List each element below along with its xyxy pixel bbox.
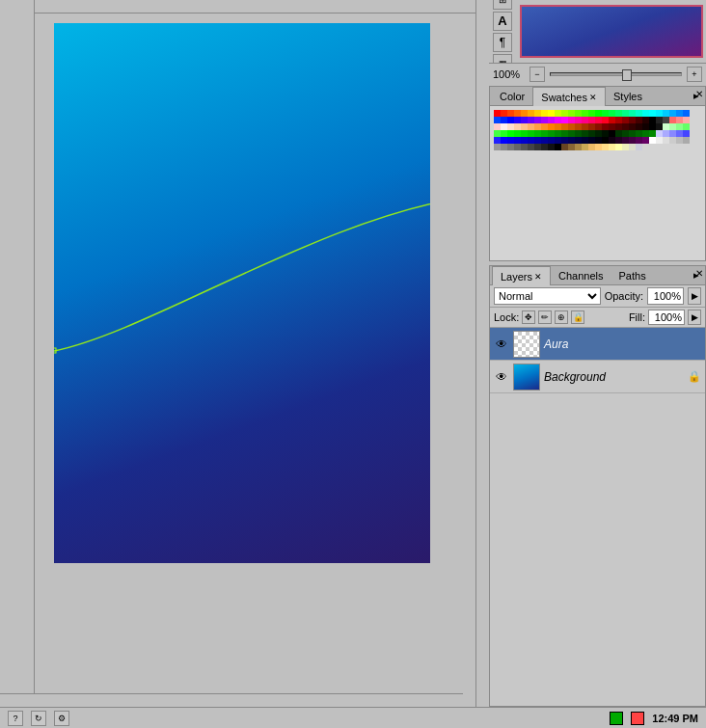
swatch-item[interactable] bbox=[642, 123, 649, 130]
swatch-item[interactable] bbox=[541, 123, 548, 130]
swatch-item[interactable] bbox=[669, 123, 676, 130]
swatch-item[interactable] bbox=[534, 110, 541, 117]
swatch-item[interactable] bbox=[568, 144, 575, 150]
tab-paths[interactable]: Paths bbox=[611, 266, 654, 285]
swatch-item[interactable] bbox=[561, 144, 568, 150]
swatch-item[interactable] bbox=[555, 110, 561, 117]
swatch-item[interactable] bbox=[656, 110, 663, 117]
swatch-item[interactable] bbox=[676, 130, 683, 137]
swatch-item[interactable] bbox=[501, 117, 507, 123]
swatch-item[interactable] bbox=[615, 123, 622, 130]
swatch-item[interactable] bbox=[507, 123, 514, 130]
swatch-item[interactable] bbox=[636, 123, 642, 130]
swatch-item[interactable] bbox=[595, 123, 602, 130]
swatch-item[interactable] bbox=[656, 117, 663, 123]
swatch-item[interactable] bbox=[541, 137, 548, 144]
swatch-item[interactable] bbox=[528, 144, 534, 150]
swatch-item[interactable] bbox=[595, 137, 602, 144]
swatch-item[interactable] bbox=[507, 117, 514, 123]
swatch-item[interactable] bbox=[555, 117, 561, 123]
settings-icon[interactable]: ⚙ bbox=[54, 711, 69, 726]
swatch-item[interactable] bbox=[507, 144, 514, 150]
layer-row-background[interactable]: 👁 Background 🔒 bbox=[490, 361, 705, 393]
swatch-item[interactable] bbox=[494, 123, 501, 130]
swatch-item[interactable] bbox=[568, 137, 575, 144]
swatch-item[interactable] bbox=[609, 123, 615, 130]
swatch-item[interactable] bbox=[534, 137, 541, 144]
swatch-item[interactable] bbox=[683, 137, 690, 144]
tab-swatches-close[interactable]: ✕ bbox=[589, 93, 597, 102]
swatch-item[interactable] bbox=[649, 137, 656, 144]
swatch-item[interactable] bbox=[534, 144, 541, 150]
swatch-item[interactable] bbox=[575, 117, 582, 123]
swatch-item[interactable] bbox=[575, 110, 582, 117]
swatch-item[interactable] bbox=[642, 117, 649, 123]
swatch-item[interactable] bbox=[663, 117, 669, 123]
swatch-item[interactable] bbox=[541, 117, 548, 123]
swatch-item[interactable] bbox=[656, 137, 663, 144]
swatch-item[interactable] bbox=[514, 137, 521, 144]
swatch-item[interactable] bbox=[649, 130, 656, 137]
swatch-item[interactable] bbox=[609, 110, 615, 117]
swatch-item[interactable] bbox=[494, 137, 501, 144]
swatch-item[interactable] bbox=[501, 130, 507, 137]
help-icon[interactable]: ? bbox=[8, 711, 23, 726]
swatch-item[interactable] bbox=[595, 117, 602, 123]
swatch-item[interactable] bbox=[548, 110, 555, 117]
canvas-image[interactable] bbox=[54, 23, 430, 563]
swatch-item[interactable] bbox=[629, 130, 636, 137]
swatch-item[interactable] bbox=[602, 117, 609, 123]
swatch-item[interactable] bbox=[582, 137, 588, 144]
swatch-item[interactable] bbox=[582, 130, 588, 137]
zoom-increase-icon[interactable]: + bbox=[687, 67, 702, 82]
swatch-item[interactable] bbox=[555, 144, 561, 150]
swatch-item[interactable] bbox=[521, 137, 528, 144]
tab-styles[interactable]: Styles bbox=[606, 87, 650, 106]
swatch-item[interactable] bbox=[656, 130, 663, 137]
canvas-scroll-vertical[interactable] bbox=[475, 0, 489, 707]
swatch-item[interactable] bbox=[521, 130, 528, 137]
swatch-item[interactable] bbox=[615, 110, 622, 117]
swatch-item[interactable] bbox=[663, 137, 669, 144]
swatch-item[interactable] bbox=[683, 110, 690, 117]
swatch-item[interactable] bbox=[683, 130, 690, 137]
swatch-item[interactable] bbox=[528, 117, 534, 123]
swatch-item[interactable] bbox=[615, 117, 622, 123]
fill-arrow[interactable]: ▶ bbox=[688, 310, 701, 325]
swatch-item[interactable] bbox=[656, 123, 663, 130]
swatch-item[interactable] bbox=[602, 137, 609, 144]
swatch-item[interactable] bbox=[528, 110, 534, 117]
blend-mode-select[interactable]: Normal bbox=[494, 287, 601, 305]
swatch-item[interactable] bbox=[588, 137, 595, 144]
swatch-item[interactable] bbox=[676, 123, 683, 130]
swatch-item[interactable] bbox=[494, 110, 501, 117]
tab-channels[interactable]: Channels bbox=[551, 266, 611, 285]
swatch-item[interactable] bbox=[636, 110, 642, 117]
layers-panel-close[interactable]: ✕ bbox=[695, 268, 703, 279]
lock-move-icon[interactable]: ✥ bbox=[522, 310, 535, 324]
swatch-item[interactable] bbox=[602, 144, 609, 150]
swatch-item[interactable] bbox=[501, 137, 507, 144]
swatch-item[interactable] bbox=[541, 144, 548, 150]
swatch-item[interactable] bbox=[615, 144, 622, 150]
color-panel-close[interactable]: ✕ bbox=[695, 89, 703, 99]
lock-all-icon[interactable]: 🔒 bbox=[571, 310, 584, 324]
swatch-item[interactable] bbox=[501, 110, 507, 117]
swatch-item[interactable] bbox=[514, 144, 521, 150]
swatch-item[interactable] bbox=[521, 144, 528, 150]
swatch-item[interactable] bbox=[561, 117, 568, 123]
swatch-item[interactable] bbox=[555, 123, 561, 130]
swatch-item[interactable] bbox=[588, 130, 595, 137]
swatch-item[interactable] bbox=[588, 123, 595, 130]
swatch-item[interactable] bbox=[501, 144, 507, 150]
swatch-item[interactable] bbox=[642, 130, 649, 137]
swatch-item[interactable] bbox=[514, 130, 521, 137]
swatch-item[interactable] bbox=[622, 117, 629, 123]
swatch-item[interactable] bbox=[588, 117, 595, 123]
swatch-item[interactable] bbox=[534, 123, 541, 130]
swatch-item[interactable] bbox=[588, 110, 595, 117]
swatch-item[interactable] bbox=[595, 130, 602, 137]
swatch-item[interactable] bbox=[575, 137, 582, 144]
paragraph-tool-icon[interactable]: ¶ bbox=[493, 33, 512, 52]
swatch-item[interactable] bbox=[561, 123, 568, 130]
